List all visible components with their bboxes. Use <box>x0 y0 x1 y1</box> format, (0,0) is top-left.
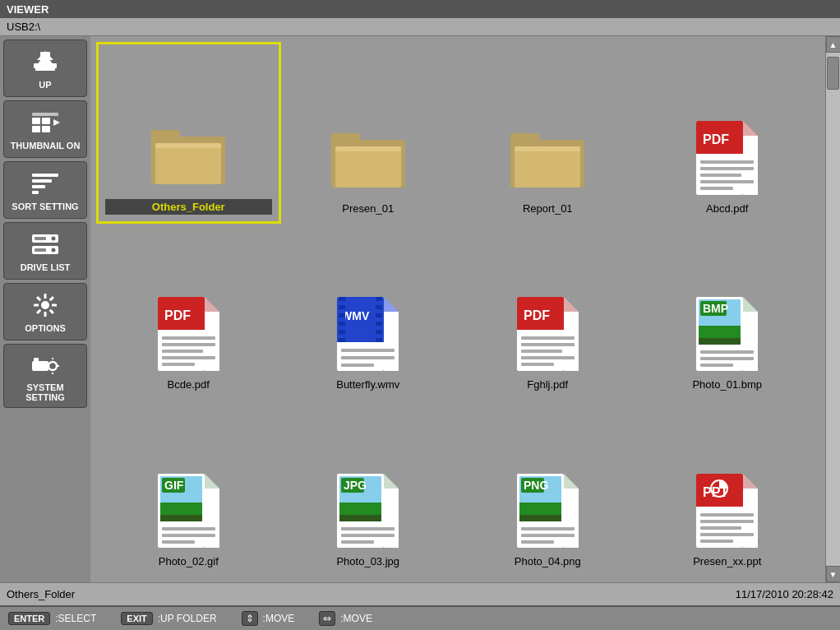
svg-rect-88 <box>376 309 382 313</box>
options-label: OPTIONS <box>25 323 66 333</box>
list-item[interactable]: PDF Fghlj.pdf <box>458 221 638 398</box>
svg-rect-142 <box>519 515 561 521</box>
svg-rect-152 <box>696 503 743 507</box>
svg-marker-9 <box>53 119 60 126</box>
file-name: Photo_02.gif <box>159 555 219 567</box>
title-bar: VIEWER <box>0 0 840 18</box>
svg-rect-102 <box>521 343 575 346</box>
select-action: :SELECT <box>55 613 96 624</box>
content-area: Others_Folder Presen_01 <box>90 36 825 582</box>
list-item[interactable]: PDF Abcd.pdf <box>638 44 818 221</box>
svg-rect-120 <box>160 515 202 521</box>
scrollbar: ▲ ▼ <box>825 36 840 582</box>
folder-icon <box>331 117 405 199</box>
system-button[interactable]: SYSTEM SETTING <box>3 344 87 408</box>
status-datetime: 11/17/2010 20:28:42 <box>736 588 833 600</box>
up-button[interactable]: UP <box>3 39 87 97</box>
file-name: Photo_01.bmp <box>692 378 762 391</box>
svg-rect-136 <box>341 527 395 530</box>
svg-point-32 <box>48 362 57 370</box>
sort-icon <box>30 169 60 198</box>
svg-rect-109 <box>699 338 741 345</box>
system-label: SYSTEM SETTING <box>7 382 83 402</box>
folder-icon <box>151 113 225 196</box>
list-item[interactable]: BMP Photo_01.bmp <box>638 221 818 398</box>
svg-rect-138 <box>341 540 374 544</box>
svg-rect-58 <box>700 160 754 164</box>
svg-rect-10 <box>32 113 58 116</box>
list-item[interactable]: PDF Bcde.pdf <box>99 221 279 398</box>
svg-marker-134 <box>384 474 399 489</box>
file-name: Others_Folder <box>105 199 272 215</box>
svg-rect-127 <box>162 540 195 544</box>
list-item[interactable]: JPG Photo_03.jpg <box>279 397 459 574</box>
svg-rect-161 <box>700 540 733 543</box>
list-item[interactable]: GIF Photo_02.gif <box>99 397 279 574</box>
app-title: VIEWER <box>7 3 48 16</box>
upfolder-action: :UP FOLDER <box>158 613 217 624</box>
scroll-up-arrow[interactable]: ▲ <box>826 36 841 53</box>
svg-marker-135 <box>384 489 399 548</box>
scroll-thumb[interactable] <box>827 57 839 90</box>
thumbnail-button[interactable]: THUMBNAIL ON <box>3 100 87 158</box>
svg-marker-146 <box>564 489 579 548</box>
svg-rect-42 <box>331 133 360 145</box>
status-filename: Others_Folder <box>7 588 736 600</box>
list-item[interactable]: Others_Folder <box>99 44 279 221</box>
list-item[interactable]: WMV <box>279 221 459 398</box>
sort-label: SORT SETTING <box>12 202 78 211</box>
svg-rect-90 <box>376 326 382 330</box>
svg-marker-112 <box>743 297 758 312</box>
drive-icon <box>30 229 60 259</box>
svg-rect-12 <box>32 179 52 183</box>
list-item[interactable]: PNG Photo_04.png <box>458 397 638 574</box>
svg-rect-60 <box>700 174 741 177</box>
svg-rect-114 <box>700 350 754 354</box>
svg-rect-39 <box>155 143 221 184</box>
svg-marker-124 <box>205 489 219 548</box>
scroll-down-arrow[interactable]: ▼ <box>826 566 841 582</box>
list-item[interactable]: PPT Presen_xx.ppt <box>638 397 818 574</box>
thumbnail-icon <box>30 108 60 137</box>
sort-button[interactable]: SORT SETTING <box>3 161 87 219</box>
svg-rect-125 <box>162 527 215 530</box>
svg-rect-131 <box>339 515 381 521</box>
svg-marker-156 <box>743 489 758 548</box>
list-item[interactable]: Presen_01 <box>279 44 459 221</box>
enter-select: ENTER :SELECT <box>8 612 96 625</box>
svg-rect-31 <box>34 358 39 362</box>
png-file-icon: PNG <box>510 470 584 552</box>
svg-point-17 <box>52 237 56 241</box>
svg-rect-101 <box>521 336 575 340</box>
horizontal-arrow-icon: ⇔ <box>319 611 335 626</box>
svg-text:WMV: WMV <box>341 309 370 322</box>
svg-rect-59 <box>700 167 754 170</box>
file-grid: Others_Folder Presen_01 <box>90 36 825 582</box>
svg-rect-7 <box>42 118 50 124</box>
bottom-bar: ENTER :SELECT EXIT :UP FOLDER ⇕ :MOVE ⇔ … <box>0 605 840 630</box>
svg-rect-38 <box>151 130 180 141</box>
svg-marker-113 <box>743 312 758 371</box>
svg-text:PDF: PDF <box>524 308 550 322</box>
list-item[interactable]: Report_01 <box>458 44 638 221</box>
svg-rect-97 <box>517 326 564 330</box>
pdf-file-icon: PDF <box>151 293 225 375</box>
svg-rect-65 <box>158 326 205 330</box>
svg-marker-98 <box>564 297 579 312</box>
svg-rect-148 <box>521 534 575 537</box>
file-name: Fghlj.pdf <box>527 378 568 391</box>
pdf-file-icon: PDF <box>510 293 584 375</box>
options-button[interactable]: OPTIONS <box>3 283 87 340</box>
svg-rect-70 <box>162 343 215 346</box>
move-h-action: :MOVE <box>340 613 372 624</box>
bmp-file-icon: BMP <box>690 293 764 375</box>
svg-marker-155 <box>743 474 758 489</box>
svg-rect-61 <box>700 180 754 183</box>
svg-rect-82 <box>339 309 345 313</box>
drive-button[interactable]: DRIVE LIST <box>3 222 87 280</box>
file-name: Photo_04.png <box>515 555 581 567</box>
svg-rect-19 <box>35 237 46 240</box>
scroll-track[interactable] <box>826 53 840 566</box>
svg-marker-123 <box>205 474 219 489</box>
svg-rect-92 <box>341 349 395 352</box>
